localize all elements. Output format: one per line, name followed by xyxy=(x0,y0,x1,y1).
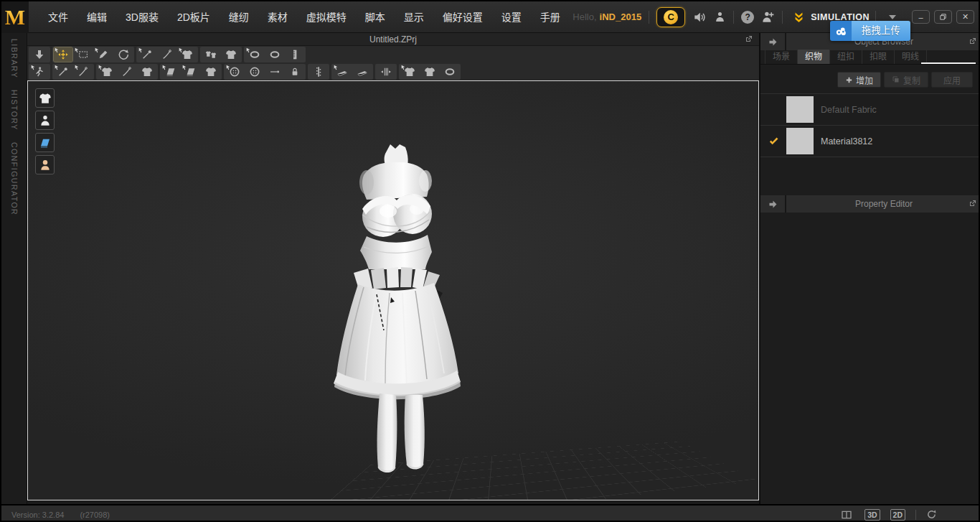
pattern-texture-button[interactable] xyxy=(182,65,200,79)
fabric-check[interactable] xyxy=(760,136,786,146)
menu-item-3[interactable]: 2D板片 xyxy=(168,5,220,29)
collapse-panel-button[interactable] xyxy=(760,195,785,213)
circle-tape-icon xyxy=(269,49,281,60)
help-button[interactable]: ? xyxy=(741,11,754,24)
menu-item-9[interactable]: 偏好设置 xyxy=(433,5,492,29)
menu-item-1[interactable]: 编辑 xyxy=(77,5,116,29)
buttonhole-button[interactable] xyxy=(286,65,304,79)
apply-fabric-button[interactable]: 应用 xyxy=(931,72,973,88)
caret-down-icon[interactable] xyxy=(889,15,896,19)
tab-1[interactable]: 织物 xyxy=(798,50,830,64)
account-button[interactable] xyxy=(714,11,726,23)
tool-group xyxy=(160,64,222,80)
fabric-swatch[interactable] xyxy=(786,128,814,154)
arrange-garment-button[interactable] xyxy=(222,47,240,62)
edit-sewing-button[interactable] xyxy=(98,65,116,79)
menu-item-10[interactable]: 设置 xyxy=(492,5,531,29)
pin-line-button[interactable] xyxy=(265,65,284,79)
show-garment-button[interactable] xyxy=(35,88,55,108)
garment-pin-button[interactable] xyxy=(178,47,197,62)
fold-garment-button[interactable] xyxy=(138,65,156,79)
restore-button[interactable] xyxy=(934,10,952,24)
copy-fabric-button[interactable]: 复制 xyxy=(884,72,928,88)
pleat-button[interactable] xyxy=(377,65,395,79)
invite-button[interactable] xyxy=(761,10,775,24)
pin-ball-button[interactable] xyxy=(158,47,176,62)
menu-item-0[interactable]: 文件 xyxy=(39,5,77,29)
trim-button[interactable] xyxy=(353,65,372,79)
sew-garment-icon xyxy=(121,66,133,78)
menu-item-7[interactable]: 脚本 xyxy=(356,5,395,29)
ruler-button[interactable] xyxy=(286,47,304,62)
poly-select-button[interactable] xyxy=(94,47,113,62)
tab-3[interactable]: 扣眼 xyxy=(862,50,895,64)
menu-item-11[interactable]: 手册 xyxy=(531,5,570,29)
dock-tab-configurator[interactable]: CONFIGURATOR xyxy=(10,142,19,215)
collapse-panel-button[interactable] xyxy=(760,33,785,50)
dock-tab-library[interactable]: LIBRARY xyxy=(10,39,19,78)
property-editor-popout-button[interactable] xyxy=(969,199,977,208)
object-browser-popout-button[interactable] xyxy=(969,37,977,45)
app-logo[interactable]: M xyxy=(1,1,29,33)
tab-0[interactable]: 场景 xyxy=(765,50,798,64)
dock-tab-history[interactable]: HISTORY xyxy=(10,90,19,131)
greeting: Hello,iND_2015 xyxy=(573,11,641,22)
split-view-button[interactable] xyxy=(839,509,854,521)
menu-item-6[interactable]: 虚拟模特 xyxy=(297,5,356,29)
tab-4[interactable]: 明线 xyxy=(895,50,927,64)
fabric-item[interactable]: Default Fabric xyxy=(760,94,980,126)
edit-texture-button[interactable] xyxy=(161,65,180,79)
drag-upload-tooltip[interactable]: 拖拽上传 xyxy=(830,21,910,41)
checker-garment-button[interactable] xyxy=(202,65,220,79)
add-fabric-button[interactable]: 增加 xyxy=(837,72,881,88)
fabric-item[interactable]: Material3812 xyxy=(760,126,980,157)
reset-view-button[interactable] xyxy=(926,509,937,520)
sound-button[interactable] xyxy=(692,10,707,24)
pin-tool-button[interactable] xyxy=(138,47,156,62)
cloud-upload-icon xyxy=(830,21,852,41)
rect-select-button[interactable] xyxy=(74,47,93,62)
pin-line-icon xyxy=(269,66,281,78)
clo-cloud-button[interactable]: C xyxy=(656,7,685,27)
menu-item-4[interactable]: 缝纫 xyxy=(220,5,258,29)
cursor-overlay-icon xyxy=(54,65,60,70)
zipper-button[interactable] xyxy=(309,65,328,79)
button-button[interactable] xyxy=(245,65,264,79)
view-3d-button[interactable]: 3D xyxy=(864,509,880,521)
avatar-with-dress[interactable] xyxy=(316,142,478,483)
free-sewing-button[interactable] xyxy=(74,65,93,79)
popout-window-button[interactable] xyxy=(745,34,753,43)
show-avatar-button[interactable] xyxy=(35,111,55,130)
question-icon: ? xyxy=(745,12,750,22)
button-tool-button[interactable] xyxy=(225,65,244,79)
menu-item-5[interactable]: 素材 xyxy=(258,5,297,29)
segment-sewing-button[interactable] xyxy=(54,65,72,79)
fabric-swatch[interactable] xyxy=(786,96,814,123)
move-tool-button[interactable] xyxy=(54,47,72,62)
fold-garment-icon xyxy=(141,66,153,78)
divider xyxy=(649,11,649,24)
tape-garment-button[interactable] xyxy=(420,65,439,79)
sew-garment-button[interactable] xyxy=(118,65,136,79)
3d-viewport[interactable] xyxy=(27,80,759,500)
walk-avatar-button[interactable] xyxy=(30,65,49,79)
button-icon xyxy=(249,66,260,78)
measure-garment-button[interactable] xyxy=(440,65,459,79)
minimize-button[interactable]: – xyxy=(912,10,930,24)
tape-garment-tool-button[interactable] xyxy=(400,65,419,79)
show-pattern-button[interactable] xyxy=(35,133,55,152)
transform-paste-button[interactable] xyxy=(114,47,133,62)
menu-item-2[interactable]: 3D服装 xyxy=(116,5,168,29)
circle-tape-button[interactable] xyxy=(265,47,284,62)
simulate-icon xyxy=(34,49,45,60)
tab-2[interactable]: 纽扣 xyxy=(830,50,862,64)
tape-tool-button[interactable] xyxy=(245,47,264,62)
view-2d-button[interactable]: 2D xyxy=(890,509,905,521)
cursor-overlay-icon xyxy=(161,65,167,70)
show-head-button[interactable] xyxy=(35,155,55,174)
close-button[interactable]: ✕ xyxy=(956,10,974,24)
fold-arrangement-button[interactable] xyxy=(202,47,220,62)
trim-tool-button[interactable] xyxy=(333,65,352,79)
menu-item-8[interactable]: 显示 xyxy=(395,5,433,29)
simulate-button[interactable] xyxy=(30,47,49,62)
